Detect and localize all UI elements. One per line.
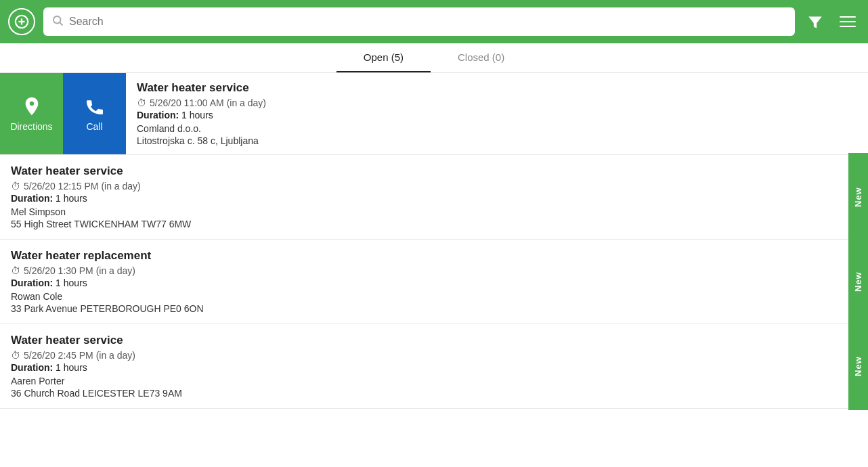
add-button[interactable]: [8, 8, 35, 35]
directions-button[interactable]: Directions: [0, 73, 63, 154]
call-button[interactable]: Call: [63, 73, 126, 154]
job-address: 36 Church Road LEICESTER LE73 9AM: [11, 388, 844, 399]
job-title: Water heater service: [137, 81, 857, 95]
new-badge: New: [848, 238, 868, 326]
new-badge: New: [848, 153, 868, 241]
search-bar: [43, 7, 795, 36]
svg-point-3: [53, 16, 61, 24]
tab-closed[interactable]: Closed (0): [431, 43, 531, 72]
filter-button[interactable]: [803, 9, 827, 34]
job-title: Water heater service: [11, 334, 844, 347]
table-row[interactable]: Water heater service ⏱ 5/26/20 12:15 PM …: [0, 155, 868, 240]
job-customer: Aaren Porter: [11, 376, 844, 386]
clock-icon: ⏱: [11, 350, 20, 361]
directions-label: Directions: [10, 121, 52, 132]
clock-icon: ⏱: [11, 265, 20, 276]
job-info-1: Water heater service ⏱ 5/26/20 11:00 AM …: [126, 73, 868, 154]
job-time: ⏱ 5/26/20 2:45 PM (in a day): [11, 350, 844, 361]
job-customer: Comland d.o.o.: [137, 123, 857, 134]
job-address: 55 High Street TWICKENHAM TW77 6MW: [11, 219, 844, 229]
job-address: Litostrojska c. 58 c, Ljubljana: [137, 135, 857, 146]
job-duration: Duration: 1 hours: [11, 362, 844, 373]
job-time: ⏱ 5/26/20 1:30 PM (in a day): [11, 265, 844, 276]
table-row[interactable]: Water heater service ⏱ 5/26/20 2:45 PM (…: [0, 324, 868, 409]
job-title: Water heater service: [11, 164, 844, 178]
call-label: Call: [86, 121, 102, 132]
tab-open[interactable]: Open (5): [337, 43, 431, 72]
svg-line-4: [60, 22, 62, 25]
job-duration: Duration: 1 hours: [137, 110, 857, 120]
job-customer: Mel Simpson: [11, 206, 844, 217]
menu-line-2: [840, 21, 856, 22]
table-row: Directions Call Water heater service ⏱ 5…: [0, 73, 868, 155]
new-badge: New: [848, 322, 868, 410]
menu-line-3: [840, 26, 856, 27]
menu-button[interactable]: [836, 9, 860, 34]
table-row[interactable]: Water heater replacement ⏱ 5/26/20 1:30 …: [0, 240, 868, 324]
job-duration: Duration: 1 hours: [11, 193, 844, 204]
clock-icon: ⏱: [11, 181, 20, 192]
menu-line-1: [840, 16, 856, 18]
tabs-bar: Open (5) Closed (0): [0, 43, 868, 73]
search-icon: [51, 14, 64, 30]
clock-icon: ⏱: [137, 97, 146, 108]
job-duration: Duration: 1 hours: [11, 277, 844, 288]
job-time: ⏱ 5/26/20 12:15 PM (in a day): [11, 181, 844, 192]
app-header: [0, 0, 868, 43]
job-action-buttons: Directions Call: [0, 73, 126, 154]
job-list: Directions Call Water heater service ⏱ 5…: [0, 73, 868, 467]
search-input[interactable]: [69, 16, 787, 28]
job-title: Water heater replacement: [11, 249, 844, 263]
job-address: 33 Park Avenue PETERBOROUGH PE0 6ON: [11, 303, 844, 314]
job-time: ⏱ 5/26/20 11:00 AM (in a day): [137, 97, 857, 108]
job-customer: Rowan Cole: [11, 291, 844, 302]
